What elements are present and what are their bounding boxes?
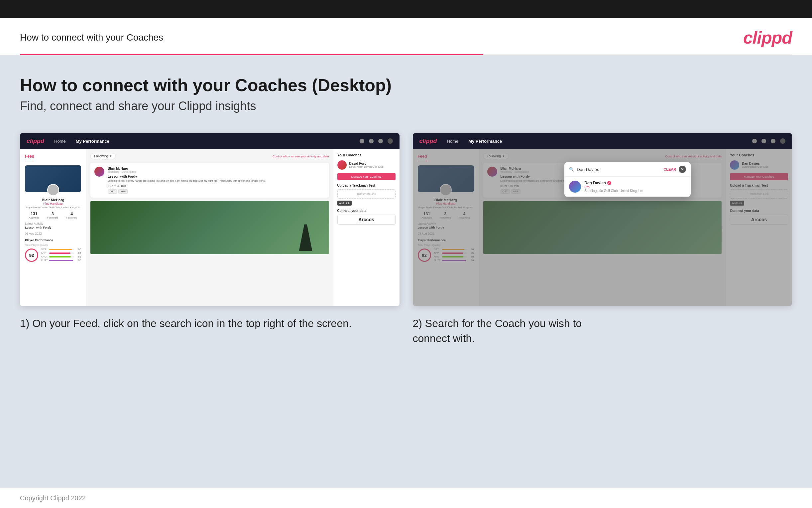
result-info: Dan Davies ✓ Pro Sunningdale Golf Club, … <box>584 181 643 193</box>
connect-section-1: Connect your data Arccos <box>337 209 395 224</box>
verified-badge: ✓ <box>607 181 611 185</box>
circle-score-1: 92 <box>25 249 38 262</box>
page-subheading: Find, connect and share your Clippd insi… <box>20 99 792 113</box>
latest-activity-title-1: Lesson with Fordy <box>25 226 81 229</box>
step-label-2: 2) Search for the Coach you wish toconne… <box>413 316 793 346</box>
feed-tab-1: Feed <box>25 154 34 161</box>
app-body-1: Feed Blair McHarg Plus Handicap Royal No… <box>20 149 399 306</box>
connect-title-1: Connect your data <box>337 209 395 213</box>
result-club: Sunningdale Golf Club, United Kingdom <box>584 189 643 193</box>
app-sidebar-1: Feed Blair McHarg Plus Handicap Royal No… <box>20 149 86 306</box>
coach-club-1: Royal North Devon Golf Club <box>349 165 384 168</box>
lesson-card-1: Blair McHarg Yesterday · Sunningdale Les… <box>90 163 329 198</box>
profile-club-1: Royal North Devon Golf Club, United King… <box>25 206 81 209</box>
app-feed-1: Following ▼ Control who can see your act… <box>86 149 333 306</box>
main-content: How to connect with your Coaches (Deskto… <box>0 55 812 488</box>
add-link-btn-1[interactable]: Add Link <box>337 201 352 206</box>
lesson-content-1: Blair McHarg Yesterday · Sunningdale Les… <box>108 167 325 194</box>
settings-icon-nav[interactable] <box>378 139 383 143</box>
result-role: Pro <box>584 185 643 189</box>
user-icon-nav[interactable] <box>388 138 393 144</box>
performance-chart-1: 92 OTT90 APP85 ARG86 PUTT96 <box>25 248 81 262</box>
app-nav-home-1: Home <box>54 139 66 144</box>
app-logo-1: clippd <box>27 138 44 145</box>
app-coaches-1: Your Coaches David Ford Royal North Devo… <box>333 149 399 306</box>
manage-coaches-btn-1[interactable]: Manage Your Coaches <box>337 173 395 180</box>
search-icon-nav[interactable] <box>360 139 364 143</box>
profile-name-1: Blair McHarg <box>25 198 81 202</box>
search-modal: 🔍 Dan Davies CLEAR ✕ Dan Davies ✓ <box>564 162 691 197</box>
close-search-button[interactable]: ✕ <box>679 166 686 173</box>
app-nav-1: clippd Home My Performance <box>20 133 399 149</box>
stats-row-1: 131 Activities 3 Followers 4 Following <box>25 212 81 219</box>
stat-activities-1: 131 Activities <box>29 212 40 219</box>
app-body-2: Feed Blair McHarg Plus Handicap Royal No… <box>413 149 793 306</box>
app-nav-performance-2: My Performance <box>468 139 502 144</box>
latest-activity-date-1: 03 Aug 2022 <box>25 232 81 235</box>
screenshots-row: clippd Home My Performance Feed <box>20 133 792 346</box>
upload-section-1: Upload a Trackman Test Trackman Link Add… <box>337 184 395 206</box>
footer: Copyright Clippd 2022 <box>0 488 812 508</box>
stat-followers-1: 3 Followers <box>47 212 58 219</box>
profile-icon-nav[interactable] <box>369 139 374 143</box>
app-nav-home-2: Home <box>447 139 459 144</box>
app-nav-icons-1 <box>360 138 393 144</box>
golf-image-1 <box>90 201 329 254</box>
screenshot-block-2: clippd Home My Performance Feed <box>413 133 793 346</box>
clippd-logo: clippd <box>743 28 792 48</box>
settings-icon-nav-2[interactable] <box>771 139 775 143</box>
clear-button[interactable]: CLEAR <box>663 167 676 171</box>
arccos-logo-1: Arccos <box>337 215 395 224</box>
header: How to connect with your Coaches clippd <box>0 18 812 54</box>
screenshot-block-1: clippd Home My Performance Feed <box>20 133 399 346</box>
app-nav-icons-2 <box>752 138 785 144</box>
following-btn-1[interactable]: Following ▼ <box>90 153 116 159</box>
player-performance-label-1: Player Performance <box>25 239 81 242</box>
profile-avatar-1 <box>47 184 59 196</box>
coach-name-1: David Ford <box>349 162 384 165</box>
upload-title-1: Upload a Trackman Test <box>337 184 395 187</box>
search-input-mock[interactable]: Dan Davies <box>577 167 661 172</box>
stat-following-1: 4 Following <box>66 212 78 219</box>
lesson-avatar-1 <box>94 167 104 177</box>
user-icon-nav-2[interactable] <box>780 138 785 144</box>
screenshot-frame-2: clippd Home My Performance Feed <box>413 133 793 306</box>
app-logo-2: clippd <box>420 138 437 145</box>
search-icon-nav-2[interactable] <box>752 139 757 143</box>
total-quality-label-1: Total Player Quality <box>25 244 81 247</box>
profile-handicap-1: Plus Handicap <box>25 202 81 205</box>
header-title: How to connect with your Coaches <box>20 32 163 43</box>
result-avatar <box>569 181 581 193</box>
control-link-1[interactable]: Control who can see your activity and da… <box>273 155 329 158</box>
app-nav-2: clippd Home My Performance <box>413 133 793 149</box>
profile-image-1 <box>25 165 81 192</box>
step-label-1: 1) On your Feed, click on the search ico… <box>20 316 399 331</box>
page-heading: How to connect with your Coaches (Deskto… <box>20 75 792 95</box>
app-nav-performance-1: My Performance <box>76 139 109 144</box>
result-name: Dan Davies ✓ <box>584 181 643 185</box>
top-bar <box>0 0 812 18</box>
latest-activity-label-1: Latest Activity <box>25 222 81 225</box>
lesson-tags-1: OTT APP <box>108 189 325 194</box>
coach-item-1: David Ford Royal North Devon Golf Club <box>337 160 395 170</box>
screenshot-frame-1: clippd Home My Performance Feed <box>20 133 399 306</box>
coach-avatar-1 <box>337 160 347 170</box>
search-icon-modal: 🔍 <box>569 167 574 172</box>
coaches-title-1: Your Coaches <box>337 153 395 157</box>
trackman-placeholder-1: Trackman Link <box>337 189 395 199</box>
search-bar: 🔍 Dan Davies CLEAR ✕ <box>564 162 691 177</box>
following-row-1: Following ▼ Control who can see your act… <box>90 153 329 159</box>
profile-icon-nav-2[interactable] <box>761 139 766 143</box>
search-result-1[interactable]: Dan Davies ✓ Pro Sunningdale Golf Club, … <box>564 177 691 197</box>
golfer-silhouette-1 <box>299 224 313 251</box>
copyright-text: Copyright Clippd 2022 <box>20 494 86 502</box>
bars-container-1: OTT90 APP85 ARG86 PUTT96 <box>41 248 81 262</box>
